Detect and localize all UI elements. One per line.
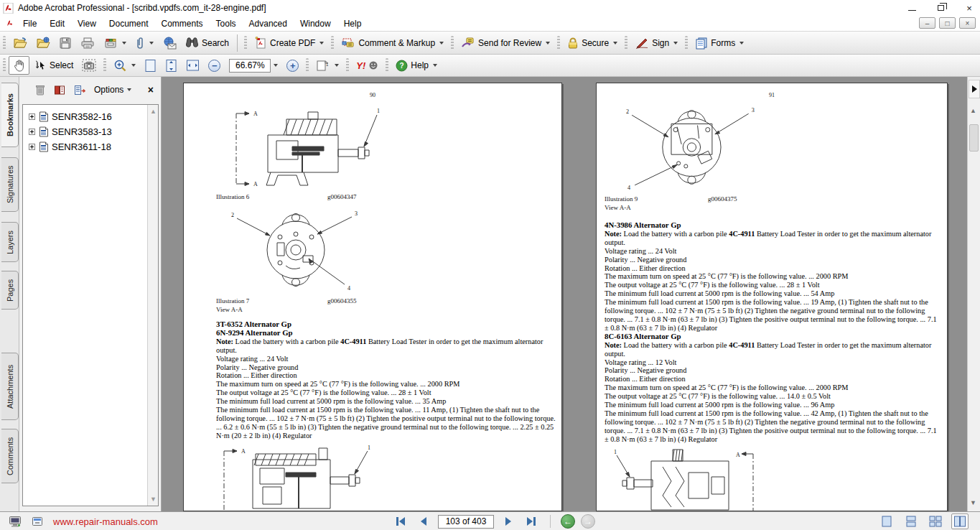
tab-signatures[interactable]: Signatures — [1, 157, 19, 212]
scroll-down-icon[interactable]: ▼ — [970, 499, 976, 506]
first-page-button[interactable] — [392, 514, 409, 529]
tab-bookmarks[interactable]: Bookmarks — [1, 83, 19, 147]
toolbar-grip[interactable] — [244, 36, 247, 50]
previous-view-button[interactable]: ← — [561, 514, 575, 529]
bookmark-label[interactable]: SENR3583-13 — [52, 126, 112, 137]
bookmark-item[interactable]: SENR3611-18 — [23, 139, 158, 154]
menu-window[interactable]: Window — [294, 17, 337, 31]
toolbar-grip[interactable] — [331, 36, 334, 50]
document-scrollbar[interactable]: ▲ ▼ — [967, 77, 980, 511]
create-pdf-button[interactable]: Create PDF — [250, 34, 328, 52]
search-button[interactable]: Search — [181, 34, 233, 52]
toolbar-grip[interactable] — [557, 36, 560, 50]
status-bar: www.repair-manuals.com 103 of 403 ← → — [0, 511, 980, 530]
toolbar-grip[interactable] — [685, 36, 688, 50]
zoom-level-control[interactable]: 66.67% — [225, 56, 282, 75]
title-bar: Adobe Acrobat Professional - [scribd.vpd… — [0, 0, 980, 16]
zoom-in-button[interactable]: + — [282, 57, 303, 75]
zoom-level-value[interactable]: 66.67% — [229, 59, 271, 73]
scroll-down-icon[interactable]: ▼ — [150, 496, 157, 503]
howto-pane-toggle-button[interactable] — [969, 80, 980, 98]
menu-help[interactable]: Help — [337, 17, 368, 31]
doc-restore-button[interactable]: □ — [939, 17, 956, 29]
fit-page-button[interactable] — [140, 56, 161, 75]
attach-button[interactable] — [131, 34, 158, 52]
scroll-up-icon[interactable]: ▲ — [150, 108, 157, 115]
select-tool-button[interactable]: Select — [29, 57, 78, 74]
toolbar-grip[interactable] — [451, 36, 454, 50]
minimize-button[interactable] — [907, 4, 917, 12]
toolbar-grip[interactable] — [3, 58, 6, 73]
open-web-button[interactable] — [32, 34, 55, 52]
menu-view[interactable]: View — [71, 17, 103, 31]
email-button[interactable] — [158, 34, 181, 52]
doc-minimize-button[interactable]: – — [919, 17, 935, 29]
restore-button[interactable] — [935, 4, 946, 12]
open-button[interactable] — [9, 34, 32, 52]
toolbar-grip[interactable] — [386, 58, 388, 73]
secure-button[interactable]: Secure — [563, 34, 622, 52]
sign-button[interactable]: Sign — [630, 34, 682, 52]
panel-close-icon[interactable]: × — [148, 84, 154, 96]
expand-current-bookmark-icon[interactable] — [54, 85, 65, 96]
fit-width-button[interactable] — [182, 56, 204, 75]
last-page-button[interactable] — [523, 514, 540, 529]
status-monitor-icon[interactable] — [9, 516, 22, 527]
toolbar-grip[interactable] — [625, 36, 627, 50]
status-page-layout-icon[interactable] — [32, 516, 43, 526]
toolbar-grip[interactable] — [306, 58, 309, 73]
bookmark-item[interactable]: SENR3582-16 — [23, 109, 158, 124]
page-display-button[interactable]: 1 — [312, 56, 343, 75]
pdf-page-91[interactable]: 91 2 3 4 Illustration 9 g00604375 View A… — [596, 83, 948, 511]
facing-view-button[interactable] — [951, 513, 969, 529]
print-button[interactable] — [76, 34, 99, 52]
toolbar-grip[interactable] — [3, 36, 6, 50]
tab-pages[interactable]: Pages — [1, 271, 19, 310]
menu-edit[interactable]: Edit — [43, 17, 71, 31]
delete-bookmark-icon[interactable] — [35, 84, 45, 96]
scrollbar-thumb[interactable] — [969, 124, 979, 152]
yahoo-messenger-button[interactable]: Y! — [352, 57, 383, 74]
menu-comments[interactable]: Comments — [155, 17, 210, 31]
single-page-view-button[interactable] — [878, 513, 895, 529]
bookmark-label[interactable]: SENR3611-18 — [52, 141, 111, 152]
toolbar-grip[interactable] — [103, 58, 106, 73]
bookmark-label[interactable]: SENR3582-16 — [52, 111, 112, 122]
tab-attachments[interactable]: Attachments — [1, 353, 19, 420]
page-number-field[interactable]: 103 of 403 — [438, 515, 494, 529]
help-button[interactable]: ? Help — [391, 57, 442, 75]
tab-comments[interactable]: Comments — [1, 429, 19, 483]
expand-plus-icon[interactable] — [29, 144, 35, 150]
scroll-up-icon[interactable]: ▲ — [970, 107, 976, 114]
fit-height-button[interactable] — [161, 56, 182, 75]
hand-tool-button[interactable] — [9, 56, 29, 75]
expand-plus-icon[interactable] — [29, 129, 35, 135]
doc-close-button[interactable]: × — [959, 17, 976, 29]
tab-layers[interactable]: Layers — [1, 222, 19, 262]
bookmarks-scrollbar[interactable]: ▲ ▼ — [147, 105, 158, 506]
forms-button[interactable]: Forms — [691, 34, 748, 52]
save-button[interactable] — [55, 34, 76, 52]
send-for-review-button[interactable]: Send for Review — [457, 34, 554, 52]
menu-document[interactable]: Document — [103, 17, 155, 31]
close-button[interactable]: × — [964, 4, 974, 12]
repair-manuals-link[interactable]: www.repair-manuals.com — [53, 516, 158, 527]
pdf-page-90[interactable]: 90 A A 1 — [183, 83, 562, 511]
organizer-button[interactable] — [99, 34, 131, 52]
menu-tools[interactable]: Tools — [210, 17, 243, 31]
menu-advanced[interactable]: Advanced — [243, 17, 294, 31]
snapshot-tool-button[interactable] — [78, 56, 101, 75]
continuous-view-button[interactable] — [902, 513, 920, 529]
previous-page-button[interactable] — [415, 514, 432, 529]
toolbar-grip[interactable] — [346, 58, 349, 73]
menu-file[interactable]: File — [17, 17, 43, 31]
zoom-tool-button[interactable] — [109, 56, 140, 75]
zoom-out-button[interactable]: − — [204, 57, 225, 75]
bookmarks-options-button[interactable]: Options — [94, 85, 131, 95]
expand-plus-icon[interactable] — [29, 113, 35, 120]
next-page-button[interactable] — [500, 514, 517, 529]
new-bookmark-icon[interactable] — [74, 85, 85, 96]
bookmark-item[interactable]: SENR3583-13 — [23, 124, 158, 139]
comment-markup-button[interactable]: Comment & Markup — [337, 34, 448, 52]
continuous-facing-view-button[interactable] — [927, 513, 944, 529]
